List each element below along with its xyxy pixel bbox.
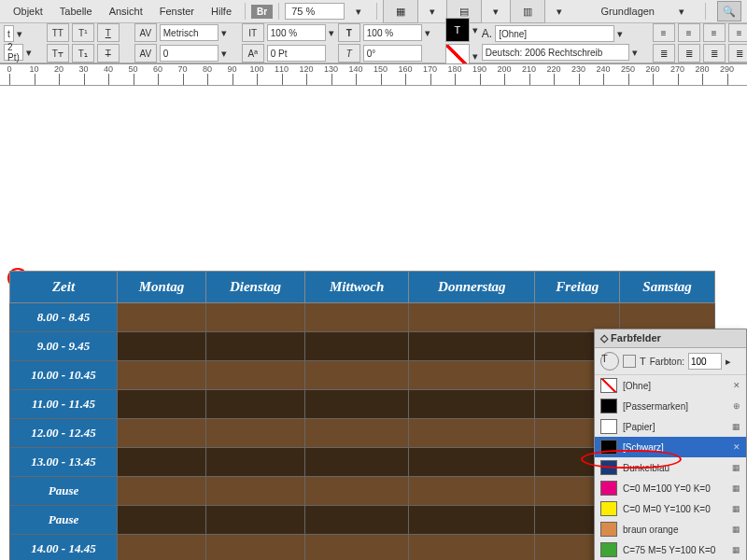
tracking-icon[interactable]: AV	[134, 44, 157, 63]
swatch-item[interactable]: C=0 M=100 Y=0 K=0▦	[595, 478, 746, 498]
dd-icon[interactable]: ▾	[420, 3, 444, 21]
justify-all-icon[interactable]: ≣	[728, 44, 747, 63]
align-left-icon[interactable]: ≡	[653, 23, 675, 42]
hscale-icon[interactable]: T	[338, 23, 360, 42]
table-cell[interactable]	[535, 303, 620, 332]
table-cell[interactable]	[118, 361, 206, 390]
dd-icon[interactable]: ▾	[221, 27, 227, 39]
vscale-field[interactable]: 100 %	[267, 24, 326, 41]
baseline-icon[interactable]: Aª	[242, 44, 264, 63]
kerning-icon[interactable]: AV	[134, 23, 157, 42]
table-header[interactable]: Freitag	[535, 272, 620, 303]
time-cell[interactable]: 9.00 - 9.45	[10, 332, 118, 361]
table-cell[interactable]	[205, 535, 304, 561]
table-cell[interactable]	[205, 448, 304, 477]
align-justify-icon[interactable]: ≡	[728, 23, 747, 42]
time-cell[interactable]: 14.00 - 14.45	[10, 535, 118, 561]
table-cell[interactable]	[409, 332, 535, 361]
subscript-icon[interactable]: T₁	[72, 44, 94, 63]
swatch-item[interactable]: C=0 M=0 Y=100 K=0▦	[595, 498, 746, 519]
document-canvas[interactable]: ↘ ZeitMontagDienstagMittwochDonnerstagFr…	[0, 86, 747, 560]
dd-icon[interactable]: ▾	[329, 27, 334, 39]
table-cell[interactable]	[409, 506, 535, 535]
swatch-item[interactable]: [Schwarz]✕	[595, 437, 746, 457]
align-right-icon[interactable]: ≡	[703, 23, 726, 42]
workspace-label[interactable]: Grundlagen	[594, 3, 663, 20]
bridge-button[interactable]: Br	[251, 5, 273, 19]
swatch-item[interactable]: Dunkelblau▦	[595, 457, 746, 478]
table-cell[interactable]	[304, 419, 409, 448]
hscale-field[interactable]: 100 %	[363, 24, 422, 41]
justify-center-icon[interactable]: ≣	[678, 44, 700, 63]
underline-icon[interactable]: T	[97, 23, 120, 42]
table-cell[interactable]	[409, 361, 535, 390]
menu-tabelle[interactable]: Tabelle	[52, 3, 100, 20]
menu-hilfe[interactable]: Hilfe	[204, 3, 239, 20]
table-cell[interactable]	[205, 303, 304, 332]
table-cell[interactable]	[205, 477, 304, 506]
table-cell[interactable]	[118, 303, 206, 332]
table-cell[interactable]	[118, 535, 206, 561]
dd-icon[interactable]: ▾	[26, 47, 32, 59]
swatch-item[interactable]: [Passermarken]⊕	[595, 396, 746, 416]
table-cell[interactable]	[304, 303, 409, 332]
table-cell[interactable]	[118, 506, 206, 535]
smallcaps-icon[interactable]: Tᴛ	[47, 44, 69, 63]
fill-swatch[interactable]: T	[445, 18, 470, 42]
table-cell[interactable]	[409, 390, 535, 419]
search-button[interactable]: 🔍	[717, 1, 741, 21]
time-cell[interactable]: 12.00 - 12.45	[10, 419, 118, 448]
language-field[interactable]: Deutsch: 2006 Rechtschreib	[482, 44, 629, 61]
table-cell[interactable]	[304, 506, 409, 535]
table-cell[interactable]	[118, 332, 206, 361]
menu-fenster[interactable]: Fenster	[152, 3, 202, 20]
swatch-item[interactable]: [Ohne]✕	[595, 375, 746, 396]
dd-icon[interactable]: ▾	[472, 24, 478, 36]
dd-icon[interactable]: ▾	[221, 48, 227, 60]
skew-field[interactable]: 0°	[363, 45, 422, 62]
table-cell[interactable]	[409, 448, 535, 477]
table-header[interactable]: Mittwoch	[304, 272, 409, 303]
text-proxy-icon[interactable]: T	[640, 356, 646, 367]
swatch-item[interactable]: braun orange▦	[595, 519, 746, 539]
table-cell[interactable]	[409, 419, 535, 448]
menu-objekt[interactable]: Objekt	[6, 3, 50, 20]
time-cell[interactable]: 11.00 - 11.45	[10, 390, 118, 419]
swatch-list[interactable]: [Ohne]✕[Passermarken]⊕[Papier]▦[Schwarz]…	[595, 375, 746, 560]
proxy-toggle-icon[interactable]	[623, 355, 636, 368]
table-cell[interactable]	[620, 303, 715, 332]
fill-proxy-icon[interactable]: T	[600, 352, 619, 371]
table-cell[interactable]	[118, 477, 206, 506]
table-cell[interactable]	[304, 390, 409, 419]
swatch-item[interactable]: C=75 M=5 Y=100 K=0▦	[595, 539, 746, 560]
dd-icon[interactable]: ▾	[17, 28, 22, 40]
table-cell[interactable]	[205, 361, 304, 390]
table-header[interactable]: Donnerstag	[409, 272, 535, 303]
dd-icon[interactable]: ▾	[472, 50, 478, 63]
zoom-field[interactable]: 75 %	[285, 3, 345, 20]
table-cell[interactable]	[409, 303, 535, 332]
workspace-dd-icon[interactable]: ▾	[669, 3, 694, 21]
justify-left-icon[interactable]: ≣	[653, 44, 675, 63]
time-cell[interactable]: Pause	[10, 506, 118, 535]
time-cell[interactable]: 13.00 - 13.45	[10, 448, 118, 477]
table-header[interactable]: Montag	[118, 272, 206, 303]
skew-icon[interactable]: T	[338, 44, 360, 63]
swatches-panel[interactable]: ◇ Farbfelder T T Farbton: ▸ [Ohne]✕[Pass…	[594, 329, 747, 560]
table-cell[interactable]	[304, 332, 409, 361]
view-mode1-icon[interactable]: ▦	[383, 0, 418, 23]
table-cell[interactable]	[118, 390, 206, 419]
table-cell[interactable]	[205, 390, 304, 419]
leading-field[interactable]: 2 Pt)	[4, 44, 23, 61]
size-field[interactable]: t	[4, 25, 14, 42]
view-mode3-icon[interactable]: ▥	[510, 0, 545, 23]
time-cell[interactable]: 8.00 - 8.45	[10, 303, 118, 332]
swatch-item[interactable]: [Papier]▦	[595, 416, 746, 437]
table-cell[interactable]	[205, 332, 304, 361]
dd-icon[interactable]: ▾	[484, 3, 508, 21]
table-header[interactable]: Dienstag	[205, 272, 304, 303]
table-cell[interactable]	[304, 535, 409, 561]
table-header[interactable]: Samstag	[620, 272, 715, 303]
dd-icon[interactable]: ▾	[547, 3, 571, 21]
table-cell[interactable]	[304, 361, 409, 390]
